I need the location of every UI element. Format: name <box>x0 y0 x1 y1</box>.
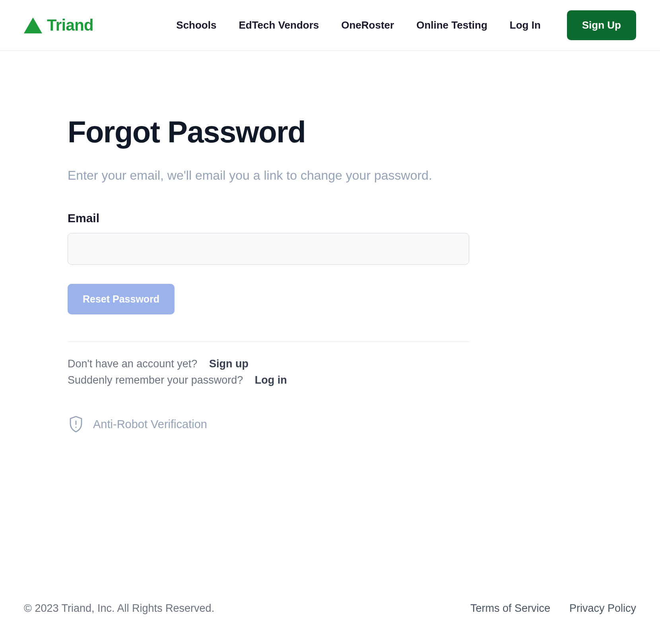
privacy-link[interactable]: Privacy Policy <box>569 602 636 615</box>
nav-oneroster[interactable]: OneRoster <box>341 19 394 31</box>
nav-edtech-vendors[interactable]: EdTech Vendors <box>239 19 319 31</box>
page-subtitle: Enter your email, we'll email you a link… <box>68 168 469 183</box>
logo[interactable]: Triand <box>24 16 93 34</box>
divider <box>68 341 469 342</box>
reset-password-button[interactable]: Reset Password <box>68 284 175 314</box>
no-account-text: Don't have an account yet? <box>68 358 197 370</box>
signup-link[interactable]: Sign up <box>209 358 248 370</box>
nav-login[interactable]: Log In <box>510 19 541 31</box>
main-content: Forgot Password Enter your email, we'll … <box>0 51 660 596</box>
nav-schools[interactable]: Schools <box>176 19 216 31</box>
email-field[interactable] <box>68 233 469 265</box>
main-nav: Schools EdTech Vendors OneRoster Online … <box>176 10 636 40</box>
terms-link[interactable]: Terms of Service <box>470 602 550 615</box>
copyright-text: © 2023 Triand, Inc. All Rights Reserved. <box>24 602 214 615</box>
triangle-icon <box>24 17 42 33</box>
anti-robot-text: Anti-Robot Verification <box>93 418 207 431</box>
logo-text: Triand <box>47 16 93 34</box>
nav-online-testing[interactable]: Online Testing <box>416 19 487 31</box>
svg-marker-0 <box>24 17 42 33</box>
login-link[interactable]: Log in <box>255 374 287 386</box>
page-title: Forgot Password <box>68 114 469 149</box>
no-account-row: Don't have an account yet? Sign up <box>68 358 469 370</box>
remember-row: Suddenly remember your password? Log in <box>68 374 469 386</box>
svg-point-2 <box>75 427 76 428</box>
shield-icon <box>68 415 84 433</box>
signup-button[interactable]: Sign Up <box>567 10 636 40</box>
footer-links: Terms of Service Privacy Policy <box>470 602 636 615</box>
remember-text: Suddenly remember your password? <box>68 374 243 386</box>
email-label: Email <box>68 211 469 225</box>
anti-robot-section: Anti-Robot Verification <box>68 415 469 433</box>
site-header: Triand Schools EdTech Vendors OneRoster … <box>0 0 660 51</box>
site-footer: © 2023 Triand, Inc. All Rights Reserved.… <box>0 596 660 644</box>
